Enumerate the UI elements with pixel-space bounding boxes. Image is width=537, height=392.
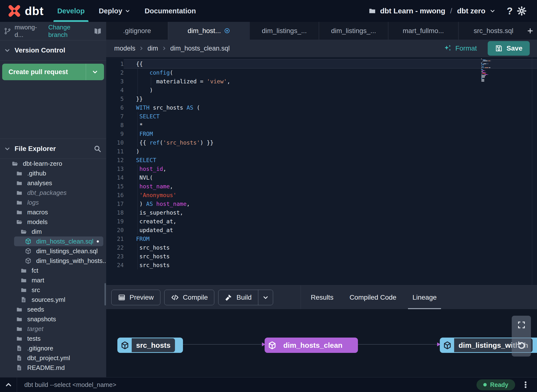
file-explorer-header[interactable]: File Explorer [0,139,106,159]
panel-tab-lineage[interactable]: Lineage [412,285,437,309]
search-icon[interactable] [94,145,101,153]
file-tree-item[interactable]: logs [0,198,106,207]
line-number: 5 [106,95,124,103]
file-tree-label: dim_listings_clean.sql [36,247,98,255]
file-tree-item[interactable]: dim_hosts_clean.sql [14,236,103,246]
file-tree-item[interactable]: snapshots [0,314,106,324]
file-tree-item[interactable]: dbt_project.yml [0,353,106,363]
editor-tab[interactable]: dim_listings_... [319,22,388,40]
help-icon[interactable]: ? [507,6,513,17]
model-cube-icon [118,338,132,352]
project-name[interactable]: dbt zero [457,7,485,15]
command-bar[interactable]: dbt build --select <model_name> [24,381,116,389]
compile-button[interactable]: Compile [164,290,215,305]
save-button[interactable]: Save [488,41,530,56]
create-pull-request-label: Create pull request [2,64,86,80]
minimap-line [481,61,498,62]
line-number: 10 [106,138,124,147]
editor-tab[interactable]: dim_listings_... [250,22,319,40]
file-icon [20,296,27,303]
code-line: 14 NVL( [106,173,537,182]
minimap-line [481,78,498,79]
nav-develop[interactable]: Develop [57,0,85,22]
build-dropdown[interactable] [258,290,273,305]
version-control-header[interactable]: Version Control [0,40,106,61]
lineage-canvas[interactable]: src_hostsdim_hosts_cleandim_listings_wit… [106,309,537,377]
chevron-up-icon[interactable] [0,377,17,392]
indent-guide [138,243,138,252]
line-number: 1 [106,60,124,68]
modified-dot-icon [224,27,230,34]
file-tree-item[interactable]: dim_listings_with_hosts... [0,256,106,266]
breadcrumb-item[interactable]: dim_hosts_clean.sql [170,45,230,52]
editor-tab[interactable]: dim_host... [168,22,250,40]
create-pull-request-button[interactable]: Create pull request [2,64,104,80]
editor-scroll-divider [532,57,532,285]
file-tree-item[interactable]: analyses [0,178,106,188]
code-editor[interactable]: 1{{2 config(3 materialized = 'view',4 )5… [106,57,537,285]
breadcrumb-item[interactable]: dim [147,45,158,52]
breadcrumb-item[interactable]: models [114,45,135,52]
fullscreen-icon[interactable] [517,321,526,329]
file-tree-item[interactable]: src [0,285,106,295]
file-tree-item[interactable]: dbt_packages [0,188,106,198]
indent-guide [138,138,138,147]
file-tree-label: mart [32,277,44,284]
file-tree-item[interactable]: models [0,217,106,227]
format-button[interactable]: Format [444,44,477,52]
hammer-icon [225,294,233,301]
refresh-icon[interactable] [516,340,527,351]
change-branch-link[interactable]: Change branch [48,24,90,39]
docs-book-icon[interactable] [94,27,102,35]
panel-tab-compiled-code[interactable]: Compiled Code [349,285,396,309]
pull-request-dropdown[interactable] [86,64,104,80]
dbt-logo[interactable]: dbt [0,4,53,18]
file-tree-scrollbar[interactable] [104,283,106,305]
code-line: 1{{ [106,60,537,68]
editor-tab[interactable]: .gitignore [106,22,168,40]
code-line: 7 SELECT [106,112,537,121]
lineage-node[interactable]: dim_hosts_clean [265,338,358,353]
panel-tab-results[interactable]: Results [311,285,333,309]
dbt-logo-icon [7,4,21,18]
editor-tab[interactable]: mart_fullmo... [388,22,459,40]
new-tab-button[interactable] [523,22,537,40]
indent-guide [138,261,138,270]
file-tree-item[interactable]: mart [0,275,106,285]
code-lines: 1{{2 config(3 materialized = 'view',4 )5… [106,60,537,270]
editor-tabbar: .gitignoredim_host...dim_listings_...dim… [106,22,537,40]
file-tree-item[interactable]: .gitignore [0,343,106,353]
nav-develop-label: Develop [57,7,85,15]
preview-button[interactable]: Preview [111,290,160,305]
file-tree-item[interactable]: dim [0,227,106,236]
file-tree-item[interactable]: dim_listings_clean.sql [0,246,106,256]
nav-deploy[interactable]: Deploy [99,0,130,22]
kebab-menu-icon[interactable] [522,381,529,389]
file-tree-item[interactable]: tests [0,334,106,343]
code-line: 18 is_superhost, [106,208,537,217]
file-tree-item[interactable]: dbt-learn-zero [0,159,106,168]
code-line: 17 ) AS host_name, [106,200,537,208]
editor-tab[interactable]: src_hosts.sql [459,22,523,40]
file-tree-item[interactable]: macros [0,207,106,217]
chevron-down-icon[interactable] [489,8,496,14]
nav-documentation[interactable]: Documentation [145,0,196,22]
file-tree-item[interactable]: README.md [0,363,106,373]
code-line: 24 src_hosts [106,261,537,270]
indent-guide [138,217,138,226]
file-tree-item[interactable]: fct [0,266,106,275]
settings-gear-icon[interactable] [517,6,527,16]
file-tree-item[interactable]: seeds [0,305,106,314]
action-label: Build [236,294,251,301]
build-button[interactable]: Build [218,290,273,305]
code-line: 22 src_hosts [106,243,537,252]
lineage-node[interactable]: src_hosts [117,338,183,353]
tab-label: dim_listings_... [262,27,307,35]
file-tree-item[interactable]: sources.yml [0,295,106,305]
chevron-down-icon [4,47,11,54]
file-tree-item[interactable]: target [0,324,106,334]
tab-label: mart_fullmo... [403,27,444,35]
editor-minimap[interactable] [481,59,498,82]
account-name[interactable]: dbt Learn - mwong [380,7,445,15]
file-tree-item[interactable]: .github [0,168,106,178]
